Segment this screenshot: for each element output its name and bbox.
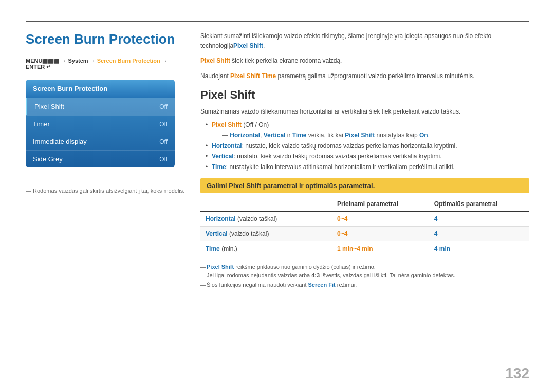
- bullet-list: Pixel Shift (Off / On) Horizontal, Verti…: [206, 120, 529, 172]
- sub-pixel-shift-label: Pixel Shift: [345, 132, 375, 139]
- bottom-note-3: Šios funkcijos negalima naudoti veikiant…: [200, 281, 529, 290]
- menu-symbol: ⬛⬛⬛: [42, 59, 59, 64]
- sub-time-label: Time: [292, 132, 307, 139]
- table-cell-time-range: 1 min~4 min: [332, 241, 429, 256]
- sidebar-item-value: Off: [159, 156, 168, 163]
- bottom-note-3-bold: Screen Fit: [308, 282, 336, 288]
- bullet-pixel-shift-text: (Off / On): [242, 121, 269, 128]
- table-row-vertical: Vertical (vaizdo taškai) 0~4 4: [200, 226, 529, 241]
- sidebar-item-pixel-shift[interactable]: Pixel Shift Off: [26, 98, 175, 115]
- sidebar-item-timer[interactable]: Timer Off: [26, 115, 175, 133]
- table-cell-time-optimal: 4 min: [429, 241, 529, 256]
- bottom-note-2-after: išvestis, vaizdas gali išlikti. Tai nėra…: [320, 272, 455, 278]
- intro-text-2-rest: šiek tiek perkelia ekrane rodomą vaizdą.: [230, 57, 342, 64]
- bullet-item-time: Time: nustatykite laiko intervalus atiti…: [206, 162, 529, 172]
- bottom-note-2-before: Jei ilgai rodomas nejudantis vaizdas arb…: [207, 272, 311, 278]
- menu-system: System: [68, 58, 88, 64]
- bottom-note-3-before: Šios funkcijos negalima naudoti veikiant: [207, 282, 308, 288]
- right-column: Siekiant sumažinti išliekamojo vaizdo ef…: [200, 31, 529, 377]
- menu-arrow3: →: [160, 58, 168, 64]
- menu-arrow1: →: [59, 58, 68, 64]
- section-title: Pixel Shift: [200, 88, 529, 102]
- sidebar-item-side-grey[interactable]: Side Grey Off: [26, 150, 175, 167]
- footnote-text: ― Rodomas vaizdas gali skirtis atsižvelg…: [26, 188, 185, 194]
- footnote-area: ― Rodomas vaizdas gali skirtis atsižvelg…: [26, 183, 185, 194]
- menu-prefix: MENU: [26, 58, 42, 64]
- sub-bullet-horizontal: Horizontal, Vertical ir Time veikia, tik…: [212, 130, 529, 140]
- bullet-vertical-text: : nustato, kiek vaizdo taškų rodomas vai…: [234, 153, 442, 160]
- sub-horizontal-label: Horizontal: [230, 132, 260, 139]
- intro-text-2: Pixel Shift šiek tiek perkelia ekrane ro…: [200, 56, 529, 66]
- sidebar-item-value: Off: [159, 121, 168, 128]
- sidebar-item-label: Immediate display: [33, 138, 87, 145]
- intro-period: .: [263, 42, 265, 49]
- table-cell-time-label: Time (min.): [200, 241, 332, 256]
- page-title: Screen Burn Protection: [26, 31, 185, 47]
- content-area: Screen Burn Protection MENU⬛⬛⬛ → System …: [26, 31, 529, 377]
- table-row-time: Time (min.) 1 min~4 min 4 min: [200, 241, 529, 256]
- intro-text-3-after: parametrą galima užprogramuoti vaizdo pe…: [276, 72, 474, 80]
- intro-pixel-shift-label: Pixel Shift: [200, 57, 230, 64]
- param-table: Prieinami parametrai Optimalūs parametra…: [200, 197, 529, 256]
- table-header-empty: [200, 197, 332, 211]
- left-column: Screen Burn Protection MENU⬛⬛⬛ → System …: [26, 31, 185, 377]
- bottom-note-2-bold: 4:3: [311, 272, 320, 278]
- sidebar-item-immediate-display[interactable]: Immediate display Off: [26, 133, 175, 150]
- table-header-prieinami: Prieinami parametrai: [332, 197, 429, 211]
- bottom-note-1-text: reikšmė priklauso nuo gaminio dydžio (co…: [234, 264, 376, 270]
- intro-pixel-shift-time: Pixel Shift Time: [230, 72, 276, 80]
- menu-arrow2: →: [88, 58, 97, 64]
- bottom-note-1: Pixel Shift reikšmė priklauso nuo gamini…: [200, 263, 529, 272]
- sidebar-item-label: Timer: [33, 120, 50, 128]
- menu-enter: ENTER ↵: [26, 64, 51, 70]
- bullet-item-horizontal: Horizontal: nustato, kiek vaizdo taškų r…: [206, 141, 529, 151]
- bottom-note-2: Jei ilgai rodomas nejudantis vaizdas arb…: [200, 271, 529, 281]
- sub-on-label: On: [419, 132, 428, 139]
- sidebar-header: Screen Burn Protection: [26, 80, 175, 98]
- table-row-horizontal: Horizontal (vaizdo taškai) 0~4 4: [200, 211, 529, 227]
- bullet-label-horizontal: Horizontal: [212, 142, 242, 150]
- intro-text-1: Siekiant sumažinti išliekamojo vaizdo ef…: [200, 31, 529, 51]
- desc-text: Sumažinamas vaizdo išliekamumas horizont…: [200, 107, 529, 117]
- sidebar-box: Screen Burn Protection Pixel Shift Off T…: [26, 80, 175, 167]
- bullet-label-vertical: Vertical: [212, 153, 234, 160]
- bullet-item-pixel-shift: Pixel Shift (Off / On) Horizontal, Verti…: [206, 120, 529, 141]
- bullet-time-text: : nustatykite laiko intervalus atitinkam…: [226, 163, 455, 171]
- intro-text-3: Naudojant Pixel Shift Time parametrą gal…: [200, 71, 529, 81]
- table-cell-vertical-optimal: 4: [429, 226, 529, 241]
- table-cell-horizontal-label: Horizontal (vaizdo taškai): [200, 211, 332, 227]
- highlight-box: Galimi Pixel Shift parametrai ir optimal…: [200, 178, 529, 193]
- bottom-note-1-bold: Pixel Shift: [207, 264, 234, 270]
- table-cell-horizontal-range: 0~4: [332, 211, 429, 227]
- table-cell-vertical-range: 0~4: [332, 226, 429, 241]
- page-number: 132: [505, 365, 529, 382]
- intro-pixel-shift-link: Pixel Shift: [233, 42, 263, 49]
- bullet-item-vertical: Vertical: nustato, kiek vaizdo taškų rod…: [206, 151, 529, 161]
- menu-highlight: Screen Burn Protection: [97, 58, 160, 64]
- bottom-note-3-after: režimui.: [336, 282, 357, 288]
- table-cell-horizontal-optimal: 4: [429, 211, 529, 227]
- table-cell-vertical-label: Vertical (vaizdo taškai): [200, 226, 332, 241]
- top-line: [26, 21, 529, 22]
- sidebar-item-value: Off: [159, 103, 168, 110]
- sidebar-item-value: Off: [159, 138, 168, 145]
- table-header-optimalus: Optimalūs parametrai: [429, 197, 529, 211]
- sidebar-item-label: Side Grey: [33, 155, 63, 163]
- sub-vertical-label: Vertical: [264, 132, 286, 139]
- bullet-label-time: Time: [212, 163, 226, 171]
- intro-text-3-before: Naudojant: [200, 72, 230, 80]
- bottom-notes: Pixel Shift reikšmė priklauso nuo gamini…: [200, 263, 529, 290]
- sidebar-item-label: Pixel Shift: [34, 103, 64, 110]
- bullet-horizontal-text: : nustato, kiek vaizdo taškų rodomas vai…: [242, 142, 457, 150]
- bullet-label-pixel-shift: Pixel Shift: [212, 121, 242, 128]
- page-container: Screen Burn Protection MENU⬛⬛⬛ → System …: [0, 0, 555, 392]
- menu-path: MENU⬛⬛⬛ → System → Screen Burn Protectio…: [26, 58, 185, 70]
